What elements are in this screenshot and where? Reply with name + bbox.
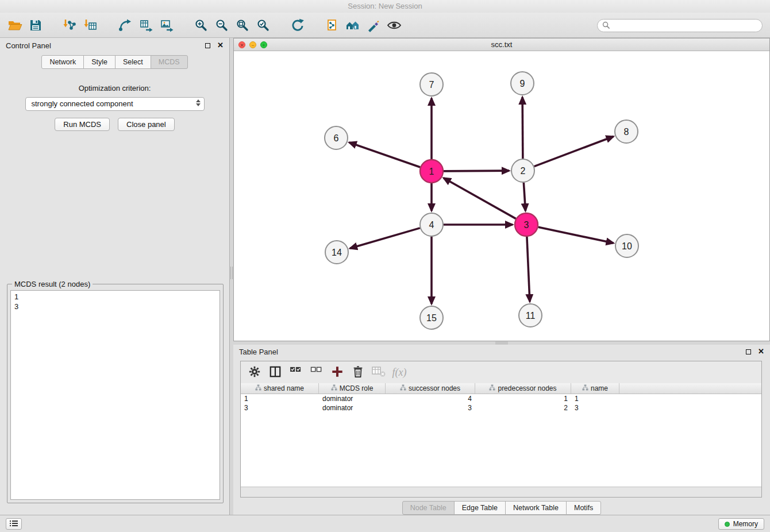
add-column-button[interactable] [328, 364, 346, 381]
column-header-MCDS-role[interactable]: MCDS role [319, 383, 386, 394]
mcds-result-title: MCDS result (2 nodes) [12, 280, 93, 288]
zoom-out-icon [215, 18, 229, 32]
svg-text:4: 4 [429, 220, 434, 230]
graph-node-8[interactable]: 8 [615, 120, 638, 143]
graph-node-1[interactable]: 1 [420, 160, 443, 183]
tab-style[interactable]: Style [83, 55, 116, 69]
graph-node-15[interactable]: 15 [420, 306, 443, 329]
graph-edge-3-11[interactable] [527, 237, 530, 302]
columns-button[interactable] [266, 364, 284, 381]
delete-column-button[interactable] [349, 364, 367, 381]
table-cell[interactable]: 2 [475, 403, 571, 413]
close-window-icon[interactable]: ✕ [238, 41, 245, 48]
annotation-button[interactable] [363, 15, 384, 36]
splitter-grip-icon [230, 267, 233, 279]
graph-node-3[interactable]: 3 [515, 213, 538, 236]
graph-node-4[interactable]: 4 [420, 213, 443, 236]
table-row[interactable]: 3dominator323 [241, 403, 761, 413]
optimization-criterion-select[interactable]: strongly connected component [25, 97, 205, 111]
table-hscrollbar[interactable] [241, 487, 761, 497]
minimize-window-icon[interactable]: − [249, 41, 256, 48]
run-mcds-button[interactable]: Run MCDS [55, 118, 110, 131]
table-cell[interactable]: 3 [386, 403, 475, 413]
first-neighbors-button[interactable] [342, 15, 363, 36]
gear-button[interactable] [245, 364, 264, 381]
svg-text:3: 3 [524, 220, 529, 230]
graph-node-11[interactable]: 11 [519, 304, 542, 327]
graph-edge-1-2[interactable] [444, 171, 509, 171]
table-cell[interactable]: 1 [571, 394, 619, 403]
export-network-button[interactable] [115, 15, 136, 36]
export-image-button[interactable] [156, 15, 177, 36]
graph-node-14[interactable]: 14 [325, 241, 348, 264]
table-cell[interactable]: dominator [319, 394, 386, 403]
zoom-selected-button[interactable] [253, 15, 274, 36]
zoom-out-button[interactable] [211, 15, 232, 36]
search-input[interactable] [613, 22, 757, 30]
table-cell[interactable]: dominator [319, 403, 386, 413]
column-type-icon [582, 384, 588, 392]
network-window: ✕ − + scc.txt 7968124314101511 [233, 38, 770, 341]
export-image-icon [160, 18, 174, 32]
refresh-button[interactable] [287, 15, 308, 36]
tab-select[interactable]: Select [115, 55, 151, 69]
mcds-result-list[interactable]: 13 [10, 290, 220, 500]
show-graphics-button[interactable] [384, 15, 405, 36]
table-row[interactable]: 1dominator411 [241, 394, 761, 403]
tab-mcds[interactable]: MCDS [151, 55, 188, 69]
graph-edge-1-6[interactable] [349, 142, 421, 167]
svg-text:2: 2 [521, 166, 526, 176]
svg-text:10: 10 [622, 241, 632, 251]
select-all-button[interactable] [287, 364, 305, 381]
deselect-all-button[interactable] [307, 364, 326, 381]
graph-edge-2-8[interactable] [534, 136, 614, 166]
tab-network[interactable]: Network [41, 55, 84, 69]
tab-node-table[interactable]: Node Table [402, 501, 455, 515]
network-graph[interactable]: 7968124314101511 [234, 51, 769, 341]
tab-network-table[interactable]: Network Table [505, 501, 567, 515]
close-panel-icon[interactable]: ✕ [217, 43, 224, 48]
column-header-predecessor-nodes[interactable]: predecessor nodes [475, 383, 571, 394]
graph-node-9[interactable]: 9 [511, 72, 534, 95]
network-canvas[interactable]: 7968124314101511 [234, 51, 769, 341]
float-panel-icon[interactable] [205, 43, 210, 48]
task-history-button[interactable] [6, 518, 22, 530]
export-table-button[interactable] [136, 15, 156, 36]
table-cell[interactable]: 3 [571, 403, 619, 413]
table-cell[interactable]: 3 [241, 403, 319, 413]
table-cell[interactable]: 1 [241, 394, 319, 403]
table-cell[interactable]: 4 [386, 394, 475, 403]
graph-edge-3-1[interactable] [444, 178, 516, 219]
table-cell[interactable]: 1 [475, 394, 571, 403]
graph-node-10[interactable]: 10 [615, 234, 638, 257]
clipboard-network-button[interactable] [322, 15, 342, 36]
graph-edge-4-14[interactable] [350, 228, 420, 248]
network-window-title: scc.txt [491, 40, 513, 49]
clipboard-network-icon [325, 18, 339, 32]
graph-node-2[interactable]: 2 [511, 159, 534, 182]
column-header-successor-nodes[interactable]: successor nodes [386, 383, 475, 394]
graph-edge-3-10[interactable] [538, 227, 614, 243]
export-network-icon [118, 18, 132, 32]
tab-motifs[interactable]: Motifs [566, 501, 601, 515]
graph-node-6[interactable]: 6 [325, 126, 348, 149]
close-panel-button[interactable]: Close panel [118, 118, 175, 131]
zoom-in-button[interactable] [191, 15, 211, 36]
memory-button[interactable]: Memory [718, 518, 764, 530]
column-header-name[interactable]: name [571, 383, 619, 394]
open-session-button[interactable] [5, 15, 25, 36]
search-box[interactable] [597, 19, 763, 32]
close-panel-icon[interactable]: ✕ [758, 349, 764, 354]
table-empty-area [241, 413, 761, 487]
import-table-button[interactable] [80, 15, 101, 36]
import-network-button[interactable] [60, 15, 80, 36]
maximize-window-icon[interactable]: + [260, 41, 267, 48]
save-session-button[interactable] [25, 15, 46, 36]
graph-edge-2-3[interactable] [523, 183, 525, 211]
tab-edge-table[interactable]: Edge Table [454, 501, 506, 515]
graph-edge-2-9[interactable] [522, 97, 523, 159]
zoom-fit-button[interactable] [232, 15, 253, 36]
float-panel-icon[interactable] [746, 349, 751, 354]
column-header-shared-name[interactable]: shared name [241, 383, 319, 394]
graph-node-7[interactable]: 7 [420, 73, 443, 96]
